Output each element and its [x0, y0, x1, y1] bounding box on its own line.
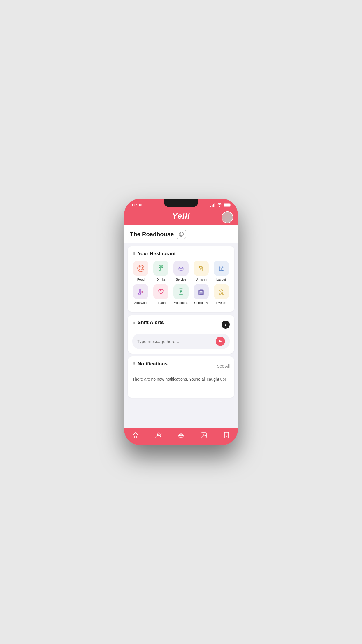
svg-point-22 [180, 266, 182, 267]
svg-point-53 [178, 435, 184, 437]
restaurant-grid-row1: Food Drinks [132, 261, 230, 281]
signal-icon [210, 203, 215, 207]
company-label: Company [194, 301, 208, 304]
app-logo: Yelli [172, 211, 190, 221]
svg-rect-47 [200, 293, 203, 294]
layout-label: Layout [216, 278, 226, 281]
service-icon [177, 264, 185, 273]
health-item[interactable]: Health [152, 284, 170, 304]
svg-point-21 [178, 269, 184, 270]
phone-frame: 11:36 Yelli [124, 199, 238, 445]
globe-button[interactable] [177, 230, 186, 239]
notifications-title: ⠿ Notifications [132, 361, 168, 367]
battery-icon [224, 203, 231, 207]
layout-item[interactable]: Layout [212, 261, 230, 281]
procedures-label: Procedures [173, 301, 189, 304]
svg-rect-44 [199, 292, 200, 293]
uniform-item[interactable]: Uniform [192, 261, 210, 281]
svg-rect-1 [212, 205, 213, 207]
grade-icon: A+ [200, 431, 208, 439]
shift-alerts-header: ⠿ Shift Alerts i [132, 320, 230, 330]
svg-rect-0 [210, 206, 211, 207]
title-dots: ⠿ [132, 251, 135, 256]
svg-rect-24 [200, 268, 202, 269]
svg-point-28 [219, 267, 220, 268]
checklist-icon [222, 431, 231, 439]
food-item[interactable]: Food [132, 261, 150, 281]
drinks-item[interactable]: Drinks [152, 261, 170, 281]
restaurant-name: The Roadhouse [130, 231, 174, 238]
svg-rect-45 [201, 292, 201, 293]
shift-alerts-title: ⠿ Shift Alerts [132, 320, 164, 326]
uniform-icon-box [194, 261, 209, 276]
notifications-section: ⠿ Notifications See All There are no new… [128, 356, 234, 398]
svg-text:A+: A+ [202, 434, 206, 437]
svg-point-37 [142, 293, 143, 293]
layout-icon-box [214, 261, 229, 276]
svg-point-35 [142, 292, 142, 293]
restaurant-bar: The Roadhouse [124, 225, 238, 243]
shift-alerts-section: ⠿ Shift Alerts i [128, 315, 234, 354]
sidework-item[interactable]: Sidework [132, 284, 150, 304]
svg-rect-34 [139, 289, 140, 293]
nav-checklist[interactable] [222, 431, 231, 439]
restaurant-grid-row2: Sidework Health [132, 284, 230, 304]
scroll-content: The Roadhouse ⠿ Your Restaurant [124, 225, 238, 428]
send-icon [218, 339, 222, 343]
title-dots3: ⠿ [132, 362, 135, 366]
nav-team[interactable] [154, 431, 162, 439]
status-time: 11:36 [131, 202, 142, 207]
service-icon-box [173, 261, 189, 276]
notifications-empty-message: There are no new notifications. You're a… [132, 374, 230, 393]
wifi-icon [217, 203, 222, 207]
nav-grade[interactable]: A+ [200, 431, 208, 439]
nav-home[interactable] [131, 431, 140, 439]
send-button[interactable] [216, 337, 225, 346]
svg-rect-2 [213, 204, 214, 207]
sidework-label: Sidework [134, 301, 147, 304]
health-label: Health [156, 301, 166, 304]
svg-rect-43 [200, 290, 203, 291]
svg-point-29 [222, 267, 223, 268]
uniform-label: Uniform [196, 278, 207, 281]
drinks-icon-box [153, 261, 168, 276]
notifications-header: ⠿ Notifications See All [132, 361, 230, 371]
layout-icon [217, 264, 226, 273]
globe-icon [179, 232, 184, 237]
events-icon [217, 287, 226, 296]
uniform-icon [197, 264, 205, 273]
service-item[interactable]: Service [173, 261, 190, 281]
team-icon [154, 431, 162, 439]
svg-point-52 [160, 433, 161, 435]
drinks-label: Drinks [157, 278, 166, 281]
svg-rect-5 [230, 204, 231, 206]
events-label: Events [216, 301, 226, 304]
bottom-nav: A+ [124, 428, 238, 445]
health-icon [157, 287, 165, 296]
sidework-icon-box [133, 284, 148, 299]
avatar[interactable] [222, 211, 233, 223]
your-restaurant-title: ⠿ Your Restaurant [132, 251, 230, 257]
message-input-row [132, 334, 230, 349]
drinks-icon [157, 264, 165, 273]
nav-service[interactable] [177, 431, 185, 439]
svg-rect-46 [202, 292, 203, 293]
company-item[interactable]: Company [192, 284, 210, 304]
info-button[interactable]: i [222, 321, 230, 329]
home-icon [131, 431, 140, 439]
events-icon-box [214, 284, 229, 299]
company-icon [197, 287, 205, 296]
see-all-button[interactable]: See All [217, 364, 230, 368]
message-input[interactable] [137, 339, 213, 344]
procedures-item[interactable]: Procedures [173, 284, 190, 304]
svg-point-51 [157, 433, 159, 435]
svg-marker-50 [219, 340, 222, 343]
events-item[interactable]: Events [212, 284, 230, 304]
health-icon-box [153, 284, 168, 299]
svg-rect-3 [215, 203, 215, 207]
your-restaurant-section: ⠿ Your Restaurant [128, 246, 234, 312]
food-label: Food [137, 278, 145, 281]
food-icon-box [133, 261, 148, 276]
svg-point-11 [138, 265, 144, 272]
svg-rect-4 [224, 204, 230, 206]
